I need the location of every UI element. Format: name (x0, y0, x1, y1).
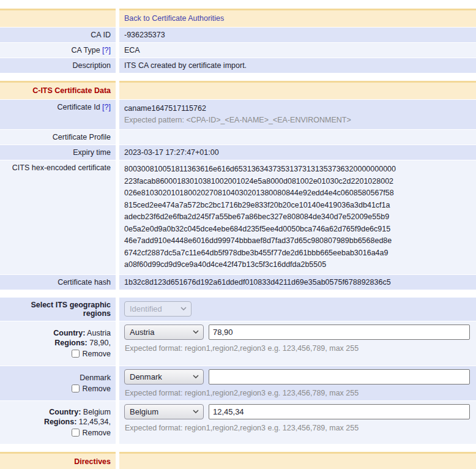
directives-section-header-row: Directives (0, 452, 476, 469)
region-remove-line: Remove (72, 428, 111, 438)
hex-certificate-value: 800300810051811363616e616d65313634373531… (119, 160, 476, 274)
country-select-wrap: Austria (124, 325, 204, 340)
hex-line: adecb23f6d2e6fba2d245f7a55be67a86bec327e… (124, 211, 471, 223)
ca-id-label: CA ID (0, 28, 116, 42)
country-select-austria[interactable]: Austria (124, 325, 204, 340)
regions-input-denmark[interactable] (209, 369, 470, 385)
expiry-time-label: Expiry time (0, 145, 116, 160)
remove-label: Remove (82, 384, 111, 394)
ca-id-row: CA ID -936235373 (0, 28, 476, 42)
certificate-profile-row: Certificate Profile (0, 130, 476, 144)
region-country-line: Country: Belgium (49, 407, 111, 417)
certificate-id-pattern-hint: Expected pattern: <CPA-ID>_<EA-NAME>_<EA… (124, 114, 471, 126)
certificate-id-label-cell: Certificate Id [?] (0, 100, 116, 129)
description-value: ITS CA created by certificate import. (119, 58, 476, 73)
region-field-line: Belgium (124, 403, 471, 419)
hex-line: 223facab86000183010381002001024e5a8000d0… (124, 176, 471, 188)
description-row: Description ITS CA created by certificat… (0, 58, 476, 73)
region-denmark-fields: Denmark Expected format: region1,region2… (119, 366, 476, 400)
region-row-belgium: Country: Belgium Regions: 12,45,34, Remo… (0, 401, 476, 444)
region-regions-line: Regions: 78,90, (54, 338, 111, 348)
hex-line: 800300810051811363616e616d65313634373531… (124, 163, 471, 176)
ca-edit-table: Back to Certificate Authorities CA ID -9… (0, 9, 476, 469)
certificate-profile-label: Certificate Profile (0, 130, 116, 144)
certificate-id-value: caname1647517115762 (124, 103, 471, 114)
hex-line: 46e7add910e4448e6016dd99974bbbaef8d7fad3… (124, 235, 471, 247)
cits-section-header-row: C-ITS Certificate Data (0, 81, 476, 99)
hex-line: 815ced2ee474a7a572bc2bc1716b29e833f20b20… (124, 200, 471, 212)
hex-line: 0e5a2e0d9a0b32c045dce4ebe684d235f5ee4d00… (124, 223, 471, 236)
certificate-id-value-cell: caname1647517115762 Expected pattern: <C… (119, 100, 476, 129)
remove-label: Remove (82, 349, 111, 359)
remove-belgium-checkbox[interactable] (72, 429, 80, 437)
directives-section-header-spacer (119, 452, 476, 469)
ca-type-help-icon[interactable]: [?] (102, 46, 111, 54)
country-select-denmark[interactable]: Denmark (124, 369, 204, 385)
description-label: Description (0, 58, 116, 73)
hex-line: a08f60d99cd9d9ce9a40d4ce42f47b13c5f3c16d… (124, 259, 471, 271)
hex-certificate-label: CITS hex-encoded certificate (0, 160, 116, 274)
region-regions-line: Regions: 12,45,34, (44, 417, 111, 427)
region-austria-summary: Country: Austria Regions: 78,90, Remove (0, 321, 116, 366)
geo-regions-select-row: Select ITS geographic regions Identified (0, 298, 476, 321)
back-link-row-label-cell (0, 9, 116, 27)
hex-line: 026e810302010180020270810403020138008084… (124, 187, 471, 200)
geo-region-mode-select: Identified (124, 301, 192, 317)
expiry-time-value: 2023-03-17 17:27:47+01:00 (119, 145, 476, 160)
certificate-hash-label: Certificate hash (0, 275, 116, 290)
back-to-certificate-authorities-link[interactable]: Back to Certificate Authorities (124, 14, 224, 23)
certificate-id-help-icon[interactable]: [?] (102, 103, 111, 111)
country-select-belgium[interactable]: Belgium (124, 404, 204, 419)
region-belgium-summary: Country: Belgium Regions: 12,45,34, Remo… (0, 401, 116, 444)
region-country-line: Denmark (80, 373, 111, 383)
country-select-wrap: Belgium (124, 404, 204, 419)
remove-austria-checkbox[interactable] (72, 350, 80, 358)
region-remove-line: Remove (72, 384, 111, 394)
certificate-hash-value: 1b32c8d123d651676d192a61ddedf010833d4211… (119, 275, 476, 290)
regions-format-hint: Expected format: region1,region2,region3… (125, 344, 471, 353)
ca-type-label-cell: CA Type [?] (0, 43, 116, 58)
hex-line: 6742cf2887dc5a7c11e64db5f978dbe3b455f77d… (124, 247, 471, 260)
ca-type-value: ECA (119, 43, 476, 58)
cits-section-header-spacer (119, 81, 476, 99)
region-denmark-summary: Denmark Remove (0, 366, 116, 400)
regions-format-hint: Expected format: region1,region2,region3… (125, 389, 471, 397)
certificate-hash-row: Certificate hash 1b32c8d123d651676d192a6… (0, 275, 476, 290)
ca-type-row: CA Type [?] ECA (0, 43, 476, 58)
cits-section-title: C-ITS Certificate Data (0, 81, 116, 99)
back-link-cell: Back to Certificate Authorities (119, 9, 476, 27)
regions-format-hint: Expected format: region1,region2,region3… (125, 424, 471, 432)
region-field-line: Austria (124, 324, 471, 340)
region-field-line: Denmark (124, 369, 471, 385)
region-row-austria: Country: Austria Regions: 78,90, Remove … (0, 321, 476, 366)
back-link-row: Back to Certificate Authorities (0, 9, 476, 27)
certificate-id-row: Certificate Id [?] caname1647517115762 E… (0, 100, 476, 129)
country-select-wrap: Denmark (124, 369, 204, 385)
region-country-line: Country: Austria (53, 328, 111, 338)
ca-id-value: -936235373 (119, 28, 476, 42)
hex-certificate-row: CITS hex-encoded certificate 80030081005… (0, 160, 476, 274)
expiry-time-row: Expiry time 2023-03-17 17:27:47+01:00 (0, 145, 476, 160)
certificate-id-label: Certificate Id (57, 103, 100, 111)
remove-label: Remove (82, 428, 111, 438)
regions-input-belgium[interactable] (209, 404, 470, 419)
ca-type-label: CA Type (72, 46, 100, 54)
region-belgium-fields: Belgium Expected format: region1,region2… (119, 401, 476, 444)
region-row-denmark: Denmark Remove Denmark Expected format: … (0, 366, 476, 400)
region-remove-line: Remove (72, 349, 111, 359)
region-austria-fields: Austria Expected format: region1,region2… (119, 321, 476, 366)
geo-regions-select-label: Select ITS geographic regions (0, 298, 116, 321)
certificate-profile-value (119, 130, 476, 144)
regions-input-austria[interactable] (209, 325, 470, 340)
geo-region-mode-select-wrap: Identified (124, 301, 192, 317)
geo-regions-select-cell: Identified (119, 298, 476, 321)
directives-section-title: Directives (0, 452, 116, 469)
remove-denmark-checkbox[interactable] (72, 385, 80, 392)
